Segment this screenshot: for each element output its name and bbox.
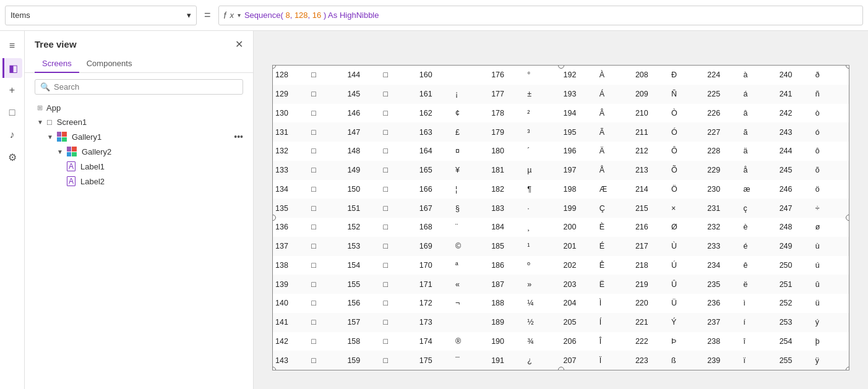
num-cell: 170 [417, 256, 453, 275]
char-cell: Â [597, 104, 633, 123]
num-cell: 173 [417, 313, 453, 332]
num-cell: 158 [345, 332, 380, 351]
formula-bar: f x ▾ Sequence( 8, 128, 16 ) As HighNibb… [218, 6, 863, 25]
char-cell: ú [813, 256, 849, 275]
num-cell: 201 [561, 237, 597, 256]
num-cell: 193 [561, 85, 597, 104]
char-cell: ô [813, 142, 849, 161]
media-icon[interactable]: ♪ [2, 125, 22, 145]
num-cell: 155 [345, 275, 380, 294]
num-cell: 255 [777, 351, 813, 370]
char-cell: Ê [597, 256, 633, 275]
char-cell: ù [813, 237, 849, 256]
char-cell: Ù [669, 237, 705, 256]
char-cell: ç [741, 199, 776, 218]
tree-item-label1[interactable]: A Label1 [25, 159, 253, 174]
gallery1-ellipsis[interactable]: ••• [234, 132, 243, 142]
num-cell: 143 [273, 351, 309, 370]
fx-icon: f [224, 11, 226, 20]
handle-middle-right[interactable] [846, 215, 849, 221]
num-cell: 154 [345, 256, 380, 275]
layers-icon[interactable]: ◧ [2, 58, 22, 78]
char-cell: ê [741, 256, 776, 275]
char-cell: å [741, 161, 776, 180]
char-cell: ¿ [525, 351, 561, 370]
char-cell: ï [741, 351, 776, 370]
data-icon[interactable]: □ [2, 103, 22, 122]
add-icon[interactable]: + [2, 80, 22, 100]
char-cell: □ [381, 294, 417, 313]
items-dropdown[interactable]: Items ▾ [5, 6, 197, 25]
char-cell: Ô [669, 142, 705, 161]
num-cell: 139 [273, 275, 309, 294]
num-cell: 204 [561, 294, 597, 313]
search-input[interactable] [54, 82, 238, 92]
char-cell: Ð [669, 66, 705, 85]
char-cell: á [741, 85, 776, 104]
num-cell: 254 [777, 332, 813, 351]
num-cell: 183 [489, 199, 525, 218]
tree-item-gallery1[interactable]: ▼ Gallery1 ••• [25, 129, 253, 144]
num-cell: 230 [705, 180, 741, 199]
label1-icon: A [67, 161, 75, 171]
char-cell: Û [669, 275, 705, 294]
char-cell: ¯ [453, 351, 489, 370]
num-cell: 164 [417, 142, 453, 161]
tree-item-app[interactable]: ⊞ App [25, 101, 253, 115]
char-cell: Ó [669, 122, 705, 142]
num-cell: 247 [777, 199, 813, 218]
tree-close-button[interactable]: ✕ [235, 38, 243, 50]
char-cell: Î [597, 332, 633, 351]
handle-bottom-middle[interactable] [558, 367, 564, 370]
canvas-area[interactable]: 128□144□160176°192À208Ð224à240ð129□145□1… [254, 31, 868, 389]
num-cell: 185 [489, 237, 525, 256]
num-cell: 224 [705, 66, 741, 85]
settings-icon[interactable]: ⚙ [2, 147, 22, 167]
hamburger-icon[interactable]: ≡ [2, 36, 22, 56]
num-cell: 240 [777, 66, 813, 85]
main-content: ≡ ◧ + □ ♪ ⚙ Tree view ✕ Screens Componen… [0, 31, 868, 389]
equals-sign: = [202, 9, 213, 22]
char-cell: ó [813, 122, 849, 142]
num-cell: 202 [561, 256, 597, 275]
char-cell: ³ [525, 122, 561, 142]
app-grid-icon: ⊞ [37, 104, 43, 112]
char-cell: Ë [597, 275, 633, 294]
app-label: App [46, 103, 61, 113]
char-cell: « [453, 275, 489, 294]
char-cell: ¥ [453, 161, 489, 180]
tree-item-gallery2[interactable]: ▼ Gallery2 [25, 144, 253, 159]
char-cell: î [741, 332, 776, 351]
char-cell: ø [813, 218, 849, 237]
num-cell: 179 [489, 122, 525, 142]
num-cell: 196 [561, 142, 597, 161]
num-cell: 229 [705, 161, 741, 180]
char-cell: □ [309, 237, 345, 256]
dropdown-label: Items [11, 11, 30, 20]
table-row: 129□145□161¡177±193Á209Ñ225á241ñ [273, 85, 849, 104]
tab-screens[interactable]: Screens [35, 55, 79, 73]
num-cell: 192 [561, 66, 597, 85]
char-cell: □ [309, 313, 345, 332]
table-row: 142□158□174®190¾206Î222Þ238î254þ [273, 332, 849, 351]
char-cell: § [453, 199, 489, 218]
char-cell: □ [381, 332, 417, 351]
num-cell: 152 [345, 218, 380, 237]
num-cell: 178 [489, 104, 525, 123]
tab-components[interactable]: Components [79, 55, 140, 73]
handle-bottom-right[interactable] [846, 367, 849, 370]
char-cell: ¶ [525, 180, 561, 199]
num-cell: 177 [489, 85, 525, 104]
char-cell: □ [381, 199, 417, 218]
tree-item-label2[interactable]: A Label2 [25, 174, 253, 189]
char-cell: » [525, 275, 561, 294]
char-cell: ¦ [453, 180, 489, 199]
table-row: 136□152□168¨184¸200È216Ø232è248ø [273, 218, 849, 237]
num-cell: 206 [561, 332, 597, 351]
tree-item-screen1[interactable]: ▼ □ Screen1 [25, 115, 253, 129]
num-cell: 208 [633, 66, 669, 85]
char-cell: Ä [597, 142, 633, 161]
char-cell: □ [381, 85, 417, 104]
num-cell: 223 [633, 351, 669, 370]
num-cell: 181 [489, 161, 525, 180]
